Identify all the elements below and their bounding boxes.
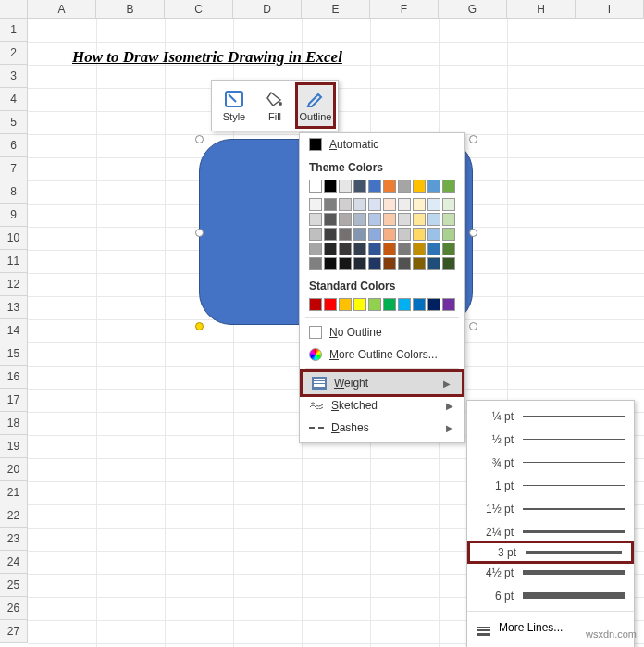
color-swatch[interactable] <box>383 257 396 270</box>
color-swatch[interactable] <box>339 298 352 311</box>
weight-option[interactable]: 1 pt <box>467 474 634 497</box>
color-swatch[interactable] <box>339 213 352 226</box>
color-swatch[interactable] <box>339 257 352 270</box>
col-header[interactable]: G <box>439 0 507 19</box>
color-swatch[interactable] <box>324 213 337 226</box>
row-header[interactable]: 23 <box>0 528 28 551</box>
color-swatch[interactable] <box>368 180 381 193</box>
row-header[interactable]: 15 <box>0 342 28 366</box>
col-header[interactable]: B <box>96 0 165 19</box>
color-swatch[interactable] <box>413 243 426 255</box>
resize-handle-tr[interactable] <box>469 135 477 143</box>
weight-option[interactable]: ½ pt <box>467 428 634 451</box>
color-swatch[interactable] <box>368 198 381 211</box>
color-swatch[interactable] <box>398 180 411 193</box>
color-swatch[interactable] <box>398 257 411 270</box>
color-swatch[interactable] <box>353 298 366 311</box>
weight-option[interactable]: 6 pt <box>467 584 634 607</box>
color-swatch[interactable] <box>339 180 352 193</box>
more-colors-item[interactable]: More Outline Colors... <box>300 343 464 366</box>
color-swatch[interactable] <box>413 213 426 226</box>
row-header[interactable]: 6 <box>0 134 28 157</box>
color-swatch[interactable] <box>309 213 322 226</box>
color-swatch[interactable] <box>339 243 352 255</box>
color-swatch[interactable] <box>368 228 381 241</box>
sketched-submenu-item[interactable]: Sketched ▶ <box>300 394 464 417</box>
row-header[interactable]: 5 <box>0 111 28 134</box>
row-header[interactable]: 3 <box>0 65 28 88</box>
row-header[interactable]: 25 <box>0 574 28 597</box>
color-swatch[interactable] <box>368 298 381 311</box>
color-swatch[interactable] <box>442 298 455 311</box>
color-swatch[interactable] <box>309 257 322 270</box>
color-swatch[interactable] <box>324 257 337 270</box>
color-swatch[interactable] <box>309 198 322 211</box>
col-header[interactable]: H <box>507 0 576 19</box>
row-header[interactable]: 19 <box>0 435 28 458</box>
color-swatch[interactable] <box>353 257 366 270</box>
color-swatch[interactable] <box>427 213 440 226</box>
color-swatch[interactable] <box>427 243 440 255</box>
no-outline-item[interactable]: No Outline <box>300 321 464 343</box>
weight-option[interactable]: 1½ pt <box>467 497 634 520</box>
color-swatch[interactable] <box>442 228 455 241</box>
color-swatch[interactable] <box>353 198 366 211</box>
color-swatch[interactable] <box>309 243 322 255</box>
color-swatch[interactable] <box>368 243 381 255</box>
color-swatch[interactable] <box>383 243 396 255</box>
row-header[interactable]: 8 <box>0 180 28 204</box>
weight-option[interactable]: ¼ pt <box>467 404 634 428</box>
resize-handle-mr[interactable] <box>469 229 477 237</box>
color-swatch[interactable] <box>427 228 440 241</box>
row-header[interactable]: 27 <box>0 620 28 643</box>
color-swatch[interactable] <box>324 180 337 193</box>
color-swatch[interactable] <box>324 243 337 255</box>
color-swatch[interactable] <box>353 180 366 193</box>
row-header[interactable]: 18 <box>0 412 28 435</box>
color-swatch[interactable] <box>413 228 426 241</box>
color-swatch[interactable] <box>353 243 366 255</box>
row-header[interactable]: 7 <box>0 157 28 180</box>
adjust-handle[interactable] <box>195 322 204 330</box>
row-header[interactable]: 1 <box>0 19 28 42</box>
color-swatch[interactable] <box>442 180 455 193</box>
color-swatch[interactable] <box>353 228 366 241</box>
col-header[interactable]: E <box>302 0 370 19</box>
color-swatch[interactable] <box>398 243 411 255</box>
color-swatch[interactable] <box>383 228 396 241</box>
col-header[interactable]: I <box>576 0 644 19</box>
color-swatch[interactable] <box>383 180 396 193</box>
color-swatch[interactable] <box>442 213 455 226</box>
color-swatch[interactable] <box>324 198 337 211</box>
color-swatch[interactable] <box>368 213 381 226</box>
row-header[interactable]: 11 <box>0 250 28 273</box>
color-swatch[interactable] <box>442 257 455 270</box>
col-header[interactable]: A <box>28 0 96 19</box>
weight-option[interactable]: ¾ pt <box>467 451 634 474</box>
select-all-corner[interactable] <box>0 0 28 19</box>
color-swatch[interactable] <box>309 228 322 241</box>
color-swatch[interactable] <box>353 213 366 226</box>
row-header[interactable]: 2 <box>0 42 28 65</box>
row-header[interactable]: 10 <box>0 227 28 250</box>
resize-handle-br[interactable] <box>469 322 477 330</box>
color-swatch[interactable] <box>339 198 352 211</box>
outline-button[interactable]: Outline <box>295 82 336 129</box>
color-swatch[interactable] <box>368 257 381 270</box>
resize-handle-ml[interactable] <box>195 229 204 237</box>
style-button[interactable]: Style <box>214 82 254 129</box>
row-header[interactable]: 13 <box>0 296 28 319</box>
color-swatch[interactable] <box>442 243 455 255</box>
row-header[interactable]: 14 <box>0 319 28 342</box>
color-swatch[interactable] <box>413 180 426 193</box>
color-swatch[interactable] <box>339 228 352 241</box>
color-swatch[interactable] <box>383 213 396 226</box>
color-swatch[interactable] <box>427 298 440 311</box>
color-swatch[interactable] <box>442 198 455 211</box>
color-swatch[interactable] <box>427 180 440 193</box>
row-header[interactable]: 4 <box>0 88 28 111</box>
row-header[interactable]: 24 <box>0 551 28 574</box>
color-swatch[interactable] <box>383 198 396 211</box>
color-swatch[interactable] <box>398 213 411 226</box>
row-header[interactable]: 16 <box>0 366 28 389</box>
